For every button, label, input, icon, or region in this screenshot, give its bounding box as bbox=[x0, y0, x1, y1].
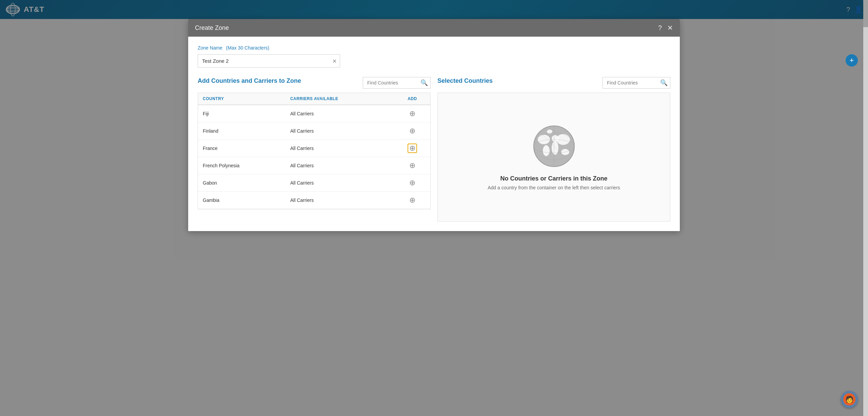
scrollbar-thumb[interactable] bbox=[863, 0, 868, 27]
create-zone-dialog: Create Zone ? ✕ Zone Name (Max 30 Charac… bbox=[188, 19, 680, 231]
panels: Add Countries and Carriers to Zone 🔍 COU… bbox=[198, 77, 670, 222]
support-icon: 🧑 bbox=[843, 393, 855, 405]
dialog-header: Create Zone ? ✕ bbox=[188, 19, 680, 37]
right-find-countries-wrapper: 🔍 bbox=[603, 77, 670, 89]
add-country-button[interactable]: ⊕ bbox=[408, 109, 417, 118]
table-cell-carriers: All Carriers bbox=[285, 122, 394, 140]
dialog-close-icon[interactable]: ✕ bbox=[667, 24, 673, 32]
zone-name-max-chars: (Max 30 Characters) bbox=[226, 45, 270, 51]
zone-name-input[interactable] bbox=[198, 54, 340, 68]
col-carriers: CARRIERS AVAILABLE bbox=[285, 93, 394, 105]
selected-panel-content: No Countries or Carriers in this Zone Ad… bbox=[437, 93, 670, 222]
table-cell-add: ⊕ bbox=[394, 105, 430, 122]
table-cell-carriers: All Carriers bbox=[285, 157, 394, 174]
left-panel: Add Countries and Carriers to Zone 🔍 COU… bbox=[198, 77, 431, 209]
table-cell-country: Fiji bbox=[198, 105, 285, 122]
add-country-button[interactable]: ⊕ bbox=[408, 178, 417, 188]
table-cell-add: ⊕ bbox=[394, 140, 430, 157]
add-zone-icon: + bbox=[850, 56, 854, 65]
dialog-overlay: Create Zone ? ✕ Zone Name (Max 30 Charac… bbox=[0, 0, 868, 416]
col-add: ADD bbox=[394, 93, 430, 105]
table-row: French PolynesiaAll Carriers⊕ bbox=[198, 157, 430, 174]
table-cell-country: Gambia bbox=[198, 192, 285, 209]
dialog-body: Zone Name (Max 30 Characters) ✕ Add Coun… bbox=[188, 37, 680, 231]
table-row: GambiaAll Carriers⊕ bbox=[198, 192, 430, 209]
right-panel: Selected Countries 🔍 bbox=[437, 77, 670, 222]
table-cell-country: France bbox=[198, 140, 285, 157]
add-zone-button[interactable]: + bbox=[846, 54, 858, 67]
svg-point-6 bbox=[543, 145, 550, 156]
right-search-icon[interactable]: 🔍 bbox=[660, 79, 668, 87]
table-cell-carriers: All Carriers bbox=[285, 140, 394, 157]
countries-table: COUNTRY CARRIERS AVAILABLE ADD FijiAll C… bbox=[198, 93, 430, 209]
table-row: FinlandAll Carriers⊕ bbox=[198, 122, 430, 140]
table-row: FijiAll Carriers⊕ bbox=[198, 105, 430, 122]
no-countries-subtitle: Add a country from the container on the … bbox=[488, 185, 620, 190]
add-country-button[interactable]: ⊕ bbox=[408, 126, 417, 136]
right-panel-title: Selected Countries bbox=[437, 77, 493, 85]
dialog-header-icons: ? ✕ bbox=[658, 24, 673, 32]
table-cell-add: ⊕ bbox=[394, 122, 430, 140]
support-button[interactable]: 🧑 bbox=[841, 391, 858, 408]
table-row: FranceAll Carriers⊕ bbox=[198, 140, 430, 157]
table-cell-carriers: All Carriers bbox=[285, 174, 394, 192]
left-find-countries-wrapper: 🔍 bbox=[363, 77, 431, 89]
table-cell-country: Finland bbox=[198, 122, 285, 140]
table-cell-country: French Polynesia bbox=[198, 157, 285, 174]
add-country-button[interactable]: ⊕ bbox=[408, 144, 417, 153]
countries-table-body: FijiAll Carriers⊕FinlandAll Carriers⊕Fra… bbox=[198, 105, 430, 209]
table-cell-carriers: All Carriers bbox=[285, 105, 394, 122]
add-country-button[interactable]: ⊕ bbox=[408, 195, 417, 205]
table-cell-carriers: All Carriers bbox=[285, 192, 394, 209]
col-country: COUNTRY bbox=[198, 93, 285, 105]
table-header: COUNTRY CARRIERS AVAILABLE ADD bbox=[198, 93, 430, 105]
zone-name-clear-icon[interactable]: ✕ bbox=[332, 58, 337, 64]
left-table-scroll[interactable]: COUNTRY CARRIERS AVAILABLE ADD FijiAll C… bbox=[198, 93, 431, 209]
table-cell-add: ⊕ bbox=[394, 174, 430, 192]
svg-point-8 bbox=[552, 141, 558, 155]
left-panel-title: Add Countries and Carriers to Zone bbox=[198, 77, 301, 85]
dialog-title: Create Zone bbox=[195, 24, 229, 32]
zone-name-input-wrapper: ✕ bbox=[198, 54, 340, 68]
globe-icon bbox=[532, 124, 576, 168]
no-countries-title: No Countries or Carriers in this Zone bbox=[500, 175, 607, 182]
table-row: GabonAll Carriers⊕ bbox=[198, 174, 430, 192]
table-cell-add: ⊕ bbox=[394, 157, 430, 174]
dialog-help-icon[interactable]: ? bbox=[658, 24, 662, 32]
add-country-button[interactable]: ⊕ bbox=[408, 161, 417, 170]
left-panel-header: Add Countries and Carriers to Zone 🔍 bbox=[198, 77, 431, 89]
left-search-icon[interactable]: 🔍 bbox=[420, 79, 428, 87]
table-cell-country: Gabon bbox=[198, 174, 285, 192]
page-scrollbar[interactable] bbox=[863, 0, 868, 416]
right-panel-header: Selected Countries 🔍 bbox=[437, 77, 670, 89]
zone-name-label: Zone Name (Max 30 Characters) bbox=[198, 45, 670, 51]
table-cell-add: ⊕ bbox=[394, 192, 430, 209]
